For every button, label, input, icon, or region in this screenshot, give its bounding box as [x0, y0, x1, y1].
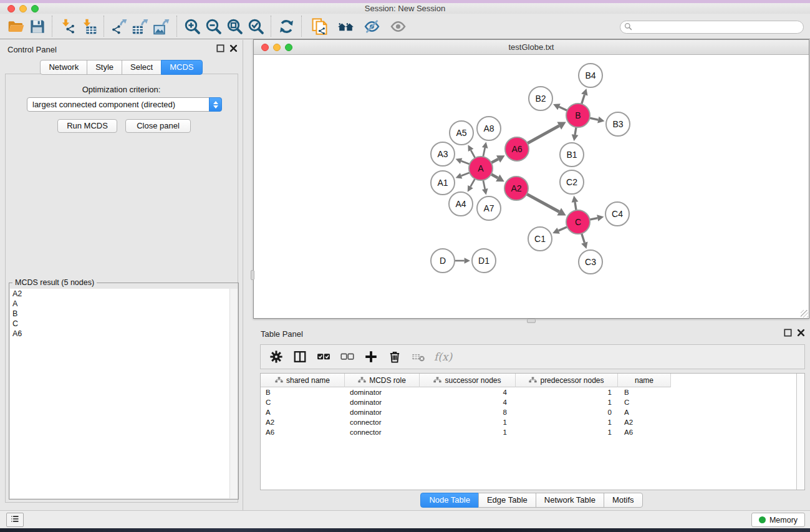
import-table-icon[interactable] — [78, 16, 99, 36]
unselect-all-icon[interactable] — [337, 347, 358, 366]
network-maximize-button[interactable] — [285, 44, 292, 51]
graph-node-B3[interactable]: B3 — [606, 112, 630, 136]
graph-node-A[interactable]: A — [469, 157, 493, 180]
export-table-icon[interactable] — [130, 16, 151, 36]
graph-node-C2[interactable]: C2 — [560, 170, 584, 194]
search-input[interactable] — [632, 22, 803, 32]
table-tab-node-table[interactable]: Node Table — [420, 493, 479, 508]
tab-mcds[interactable]: MCDS — [161, 60, 202, 75]
graph-edge-C-C2[interactable] — [572, 196, 579, 210]
graph-edge-B-B1[interactable] — [572, 127, 579, 142]
graph-edge-A6-B[interactable] — [528, 122, 566, 143]
graph-edge-B-B2[interactable] — [553, 104, 567, 110]
tab-style[interactable]: Style — [87, 60, 122, 75]
graph-node-B[interactable]: B — [566, 104, 590, 127]
new-session-from-network-icon[interactable] — [306, 16, 332, 36]
mcds-result-item[interactable]: C — [10, 319, 229, 329]
mcds-result-item[interactable]: B — [10, 309, 229, 319]
graph-node-C4[interactable]: C4 — [605, 202, 629, 226]
table-row[interactable]: Cdominator41C — [261, 397, 796, 407]
task-history-button[interactable] — [6, 513, 24, 527]
graph-node-B2[interactable]: B2 — [529, 87, 552, 110]
delete-row-icon[interactable] — [384, 347, 405, 366]
graph-edge-B-B3[interactable] — [590, 117, 605, 123]
float-table-panel-icon[interactable] — [784, 329, 792, 337]
graph-node-A1[interactable]: A1 — [431, 171, 455, 195]
column-header-predecessor-nodes[interactable]: predecessor nodes — [516, 374, 618, 387]
column-header-successor-nodes[interactable]: successor nodes — [420, 374, 516, 387]
resize-grip-icon[interactable] — [801, 310, 808, 317]
gear-icon[interactable] — [266, 347, 287, 366]
graph-edge-C-C3[interactable] — [581, 233, 587, 249]
table-scrollbar[interactable] — [796, 374, 804, 490]
graph-node-C[interactable]: C — [566, 210, 590, 234]
columns-icon[interactable] — [289, 347, 311, 366]
graph-edge-C-C4[interactable] — [590, 215, 604, 221]
table-row[interactable]: Adominator80A — [261, 407, 796, 417]
graph-edge-A-A8[interactable] — [482, 142, 488, 157]
hide-selected-icon[interactable] — [359, 16, 385, 36]
import-network-icon[interactable] — [57, 16, 78, 36]
column-header-shared-name[interactable]: shared name — [261, 374, 345, 387]
zoom-out-icon[interactable] — [203, 16, 224, 36]
zoom-selected-icon[interactable] — [245, 16, 266, 36]
graph-edge-D-D1[interactable] — [455, 258, 470, 263]
export-network-icon[interactable] — [108, 16, 130, 36]
table-row[interactable]: A6connector11A6 — [261, 427, 796, 437]
graph-node-A7[interactable]: A7 — [477, 196, 501, 220]
open-file-icon[interactable] — [5, 16, 26, 36]
graph-edge-A-A1[interactable] — [456, 173, 470, 179]
graph-node-A2[interactable]: A2 — [504, 177, 528, 200]
save-session-icon[interactable] — [26, 16, 47, 36]
show-graphics-icon[interactable] — [385, 16, 411, 36]
graph-edge-C-C1[interactable] — [552, 227, 567, 234]
table-row[interactable]: Bdominator41B — [261, 387, 796, 397]
table-tab-motifs[interactable]: Motifs — [604, 493, 643, 508]
graph-edge-A-A6[interactable] — [491, 155, 505, 163]
graph-node-B1[interactable]: B1 — [560, 143, 584, 167]
search-field[interactable] — [620, 21, 804, 34]
graph-node-B4[interactable]: B4 — [579, 64, 602, 87]
panel-divider-handle[interactable] — [251, 270, 254, 280]
graph-edge-A-A5[interactable] — [468, 145, 475, 158]
graph-node-D[interactable]: D — [431, 249, 455, 273]
network-close-button[interactable] — [261, 44, 269, 51]
mcds-result-list[interactable]: A2ABCA6 — [10, 289, 229, 498]
column-header-MCDS-role[interactable]: MCDS role — [345, 374, 420, 387]
table-row[interactable]: A2connector11A2 — [261, 417, 796, 427]
memory-button[interactable]: Memory — [751, 513, 805, 527]
graph-node-A4[interactable]: A4 — [449, 192, 473, 216]
tab-select[interactable]: Select — [122, 60, 162, 75]
network-window-titlebar[interactable]: testGlobe.txt — [254, 40, 809, 55]
close-table-panel-icon[interactable] — [797, 329, 805, 337]
table-tab-edge-table[interactable]: Edge Table — [478, 493, 536, 508]
graph-edge-A-A2[interactable] — [491, 174, 504, 181]
graph-node-D1[interactable]: D1 — [472, 249, 496, 273]
graph-edge-A2-C[interactable] — [527, 194, 566, 215]
run-mcds-button[interactable]: Run MCDS — [57, 119, 117, 133]
tab-network[interactable]: Network — [40, 60, 87, 75]
close-panel-button[interactable]: Close panel — [125, 119, 191, 133]
select-all-icon[interactable] — [313, 347, 334, 366]
add-row-icon[interactable] — [360, 347, 382, 366]
graph-node-A8[interactable]: A8 — [477, 117, 501, 140]
network-minimize-button[interactable] — [273, 44, 281, 51]
zoom-fit-icon[interactable] — [224, 16, 245, 36]
mcds-result-scrollbar[interactable] — [229, 289, 238, 498]
graph-node-A3[interactable]: A3 — [431, 142, 455, 166]
graph-node-C3[interactable]: C3 — [579, 250, 602, 274]
graph-node-A6[interactable]: A6 — [505, 137, 529, 161]
mcds-result-item[interactable]: A — [10, 299, 229, 309]
graph-node-C1[interactable]: C1 — [528, 227, 552, 251]
home-icon[interactable] — [332, 16, 359, 36]
graph-edge-B-B4[interactable] — [581, 89, 587, 104]
zoom-in-icon[interactable] — [181, 16, 203, 36]
refresh-icon[interactable] — [276, 16, 297, 36]
network-canvas[interactable]: B4B2BB3A8A5A6A3B1AA1C2A2A4A7C4CC1DD1C3 — [254, 56, 809, 318]
export-image-icon[interactable] — [151, 16, 172, 36]
mcds-result-item[interactable]: A2 — [10, 289, 229, 299]
graph-edge-A-A7[interactable] — [482, 180, 488, 195]
criterion-select[interactable]: largest connected component (directed) — [27, 97, 222, 112]
column-header-name[interactable]: name — [618, 374, 671, 387]
table-divider-handle[interactable] — [527, 319, 536, 323]
